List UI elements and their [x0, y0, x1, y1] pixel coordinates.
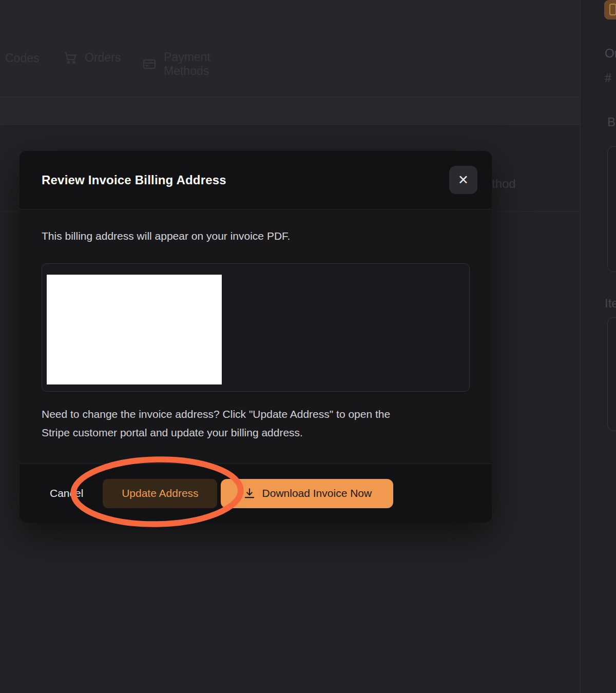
dialog-title: Review Invoice Billing Address: [42, 173, 226, 187]
sidebar-items-card: [607, 317, 616, 431]
download-icon: [243, 487, 256, 500]
billing-page: Codes Orders: [0, 0, 616, 693]
tab-payment-methods-label: Payment Methods: [164, 50, 210, 78]
tab-orders-label: Orders: [85, 51, 121, 65]
background-section-heading-fragment: thod: [492, 177, 516, 191]
sidebar-download-button[interactable]: [604, 0, 616, 20]
tab-payment-methods[interactable]: Payment Methods: [142, 50, 210, 78]
dialog-note-line1: Need to change the invoice address? Clic…: [42, 405, 475, 424]
background-tab-bar: Codes Orders: [0, 0, 580, 98]
sidebar-billing-heading: Bil: [607, 115, 616, 129]
billing-address-preview-box: [42, 263, 470, 392]
dialog-description: This billing address will appear on your…: [42, 229, 290, 243]
sidebar-order-number: #: [605, 71, 611, 85]
dialog-note: Need to change the invoice address? Clic…: [42, 405, 475, 442]
dialog-note-line2: Stripe customer portal and update your b…: [42, 424, 475, 442]
invoice-icon: [609, 4, 616, 15]
update-address-button[interactable]: Update Address: [103, 479, 217, 508]
tab-orders[interactable]: Orders: [63, 50, 121, 65]
dialog-header: Review Invoice Billing Address ✕: [20, 151, 492, 209]
credit-card-icon: [142, 57, 157, 71]
review-invoice-billing-address-dialog: Review Invoice Billing Address ✕ This bi…: [20, 151, 492, 523]
sidebar-order-heading: Or: [605, 46, 616, 61]
close-button[interactable]: ✕: [449, 166, 477, 194]
redacted-billing-address: [47, 275, 222, 384]
cancel-button[interactable]: Cancel: [50, 487, 83, 499]
download-invoice-now-label: Download Invoice Now: [262, 487, 372, 499]
tab-codes-label: Codes: [5, 51, 39, 65]
cart-icon: [63, 50, 78, 65]
dialog-footer: Cancel Update Address Download Invoice N…: [20, 464, 492, 523]
sidebar-billing-card: [607, 146, 616, 272]
close-icon: ✕: [458, 174, 469, 186]
sidebar-items-heading: Ite: [605, 296, 616, 311]
download-invoice-now-button[interactable]: Download Invoice Now: [221, 479, 393, 508]
tab-codes[interactable]: Codes: [5, 51, 39, 65]
background-subheader-band: [0, 98, 580, 125]
